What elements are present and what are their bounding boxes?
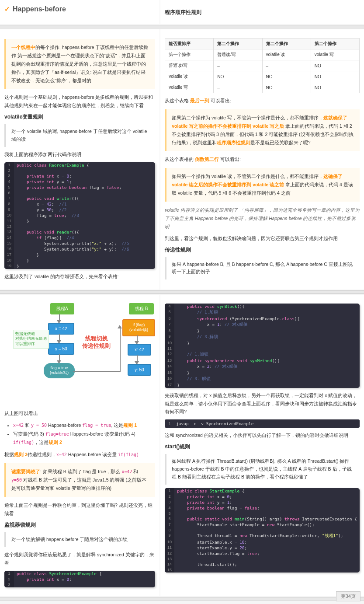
right-3: 4 public void synBlock(){5 // 1.加锁6 sync… (160, 295, 364, 596)
page-number: 第34页 (336, 591, 361, 601)
left-2: 一个线程中的每个操作, happens-before 于该线程中的任意后续操作 … (0, 29, 159, 290)
title-text: Happens-before (13, 5, 66, 13)
node-flag: flag = true (volatile写) (44, 363, 75, 378)
right-2: 能否重排序第二个操作第二个操作第二个操作 第一个操作普通读/写volatile … (160, 29, 364, 290)
q6: 谜案要揭晓了: 如果线程 B 读到了 flag 是 true，那么 x=42 和… (4, 463, 155, 497)
q7: 对一个锁的解锁 happens-before 于随后对这个锁的加锁 (4, 532, 155, 547)
note: 数据无依赖 对执行结果无影响 可以重排序 (13, 330, 49, 349)
left-3: 线程A 线程 B x = 42 y = 50 flag = true (vola… (0, 295, 159, 596)
li1: x=42 和 y = 50 Happens-before flag = true… (13, 421, 155, 430)
p11: 这个规则我觉得你应该最熟悉了，就是解释 synchronized 关键字的，来看 (4, 551, 155, 567)
p13: 这和 synchronized 的语义相关，小伙伴可以先自行了解一下，锁的内容时… (165, 431, 360, 440)
li2: 写变量(代码 3) flag=true Happens-before 读变量(代… (13, 430, 155, 447)
p7: 到这里，看这个规则，貌似也没解决啥问题，因为它还要联合第三个规则才起作用 (165, 234, 360, 243)
p12: 先获取锁的线程，对 x 赋值之后释放锁，另外一个再获取锁，一定能看到对 x 赋值… (165, 391, 360, 416)
p4: 从这个表格 最后一列 可以看出: (165, 97, 360, 105)
p10: 通常上面三个规则是一种联合约束，到这里你懂了吗? 规则还没完，继续看 (4, 501, 155, 518)
node-y50: y = 50 (48, 343, 74, 355)
q3: 如果第二个操作为 volatile 写，不管第一个操作是什么，都不能重排序，这就… (165, 109, 360, 151)
top-left: ✓ Happens-before (0, 0, 159, 24)
q4: 如果第一个操作为 volatile 读，不管第二个操作是什么，都不能重排序，这确… (165, 168, 360, 202)
node-ifflag: if (flag) (volatile读) (122, 319, 155, 336)
p9: 根据规则 3传递性规则，x=42 Happens-before 读变量 if(f… (4, 450, 155, 459)
flowchart: 线程A 线程 B x = 42 y = 50 flag = true (vola… (4, 301, 155, 406)
p8: 从上图可以看出 (4, 409, 155, 418)
node-threadB: 线程 B (129, 303, 154, 314)
q8: 如果线程 A 执行操作 ThreadB.start() (启动线程B), 那么 … (165, 454, 360, 485)
p3: 这里涉及到了 volatile 的内存增强语义，先来看个表格: (4, 272, 155, 281)
node-ry: y: 50 (128, 364, 151, 376)
quote-thread: 一个线程中的每个操作, happens-before 于该线程中的任意后续操作 … (4, 39, 155, 89)
h2-start: start()规则 (165, 443, 360, 450)
p2: 我将上面的程序添加两行代码作说明: (4, 150, 155, 159)
node-threadA: 线程A (50, 303, 74, 314)
p5: 从这个表格的 倒数第二行 可以看出: (165, 155, 360, 164)
page-title: ✓ Happens-before (4, 5, 155, 13)
top-right: 程序顺序性规则 (160, 0, 364, 24)
code-reorder: 1public class ReorderExample {23 private… (4, 162, 155, 269)
check-icon: ✓ (4, 5, 10, 13)
q5: 如果 A happens-before B, 且 B happens-befor… (165, 257, 360, 280)
rules-list: x=42 和 y = 50 Happens-before flag = true… (13, 421, 155, 447)
cmd: 1javap -c -v SynchronizedExample (165, 419, 360, 428)
code-sync-start: 1public class SynchronizedExample {2 pri… (4, 571, 155, 587)
p6: volatile 内存语义的实现是应用到了 「内存屏障」，因为这完全够单独写一章… (165, 206, 360, 231)
divider3 (0, 597, 364, 601)
code-sync: 4 public void synBlock(){5 // 1.加锁6 sync… (165, 304, 360, 388)
diagram-title: 线程切换 传递性规则 (82, 335, 111, 350)
q1-body: 的每个操作, happens-before 于该线程中的任意后续操作 第一感觉这… (11, 45, 148, 83)
q2: 对一个 volatile 域的写, happens-before 于任意后续对这… (4, 124, 155, 147)
h2-transitive: 传递性规则 (165, 246, 360, 254)
divider2 (0, 290, 364, 294)
q1-pre: 一个线程中 (11, 45, 35, 50)
p1: 这个规则是一个基础规则，happens-before 是多线程的规则，所以要和其… (4, 93, 155, 110)
reorder-table: 能否重排序第二个操作第二个操作第二个操作 第一个操作普通读/写volatile … (165, 38, 360, 93)
code-start: 1public class StartExample {2 private in… (165, 488, 360, 573)
divider (0, 25, 364, 28)
h2-volatile: volatile变量规则 (4, 113, 155, 121)
section-title: 程序顺序性规则 (165, 9, 360, 16)
node-rx: x: 42 (128, 344, 151, 356)
h2-monitor: 监视器锁规则 (4, 521, 155, 529)
node-x42: x = 42 (48, 323, 74, 335)
